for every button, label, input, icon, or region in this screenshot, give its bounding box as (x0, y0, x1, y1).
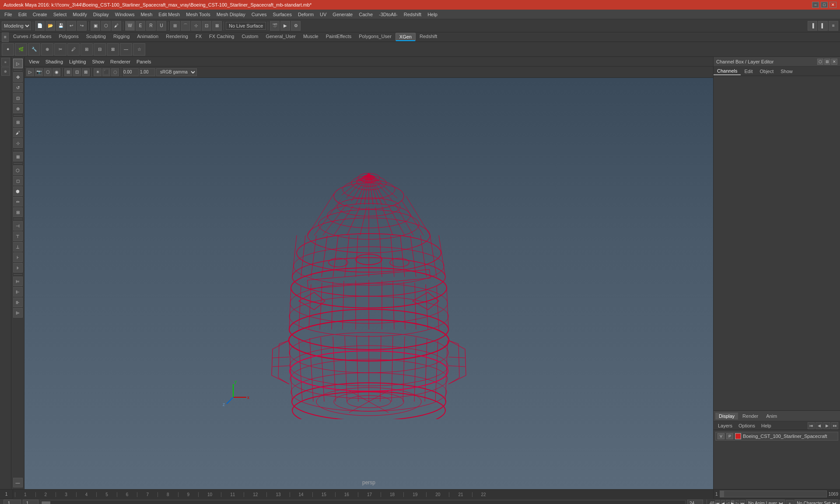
menu-3dtoall[interactable]: -3DtoAll- (376, 11, 400, 18)
xgen-tool-1[interactable]: ✦ (2, 43, 14, 56)
viewport-menu-lighting[interactable]: Lighting (66, 58, 89, 65)
poly-tool-2[interactable]: ◻ (13, 176, 23, 186)
timeline-ruler[interactable]: 1 2 3 4 5 6 7 8 9 10 11 12 13 14 15 16 1… (13, 490, 713, 499)
menu-generate[interactable]: Generate (330, 11, 355, 18)
sculpt-tool[interactable]: ⊹ (13, 138, 23, 148)
menu-mesh-display[interactable]: Mesh Display (214, 11, 248, 18)
layer-nav-next[interactable]: ▶ (823, 422, 830, 429)
viewport-menu-show[interactable]: Show (90, 58, 107, 65)
layer-tab-anim[interactable]: Anim (763, 413, 780, 420)
xgen-tool-2[interactable]: 🌿 (15, 43, 27, 56)
display-tool-1[interactable]: ⊨ (13, 276, 23, 286)
shelf-tab-general-user[interactable]: General_User (262, 33, 299, 41)
menu-uv[interactable]: UV (317, 11, 329, 18)
xgen-tool-5[interactable]: ✂ (54, 43, 66, 56)
shelf-tab-redshift[interactable]: Redshift (416, 33, 441, 41)
poly-tool-3[interactable]: ⬢ (13, 186, 23, 196)
viewport-menu-view[interactable]: View (26, 58, 42, 65)
layer-subtab-layers[interactable]: Layers (715, 423, 735, 429)
menu-redshift[interactable]: Redshift (401, 11, 424, 18)
channel-tab-show[interactable]: Show (777, 68, 796, 75)
layer-visibility-button[interactable]: V (718, 433, 724, 439)
layer-subtab-help[interactable]: Help (759, 423, 774, 429)
maximize-button[interactable]: □ (821, 2, 828, 8)
play-back-btn[interactable]: ◁ (726, 500, 730, 504)
menu-file[interactable]: File (2, 11, 15, 18)
vp-value1-input[interactable] (123, 68, 139, 76)
display-tool-2[interactable]: ⊩ (13, 287, 23, 297)
range-end-input[interactable] (687, 500, 703, 504)
rotate-tool[interactable]: ↺ (13, 83, 23, 92)
paint-select-button[interactable]: 🖌 (112, 21, 121, 31)
bottom-tool[interactable]: — (13, 478, 23, 487)
xgen-tool-6[interactable]: 🖊 (67, 43, 80, 56)
vp-xray-btn[interactable]: ◌ (111, 68, 119, 76)
anim-layer-select[interactable]: No Anim Layer (746, 500, 785, 504)
vp-wireframe-btn[interactable]: ⬡ (44, 68, 52, 76)
menu-surfaces[interactable]: Surfaces (270, 11, 294, 18)
xgen-tool-3[interactable]: 🔧 (28, 43, 40, 56)
soft-select-tool[interactable]: ⊞ (13, 117, 23, 127)
layer-tab-display[interactable]: Display (715, 413, 738, 420)
render-frame-button[interactable]: 🎬 (270, 21, 280, 31)
open-file-button[interactable]: 📂 (46, 21, 55, 31)
close-button[interactable]: ✕ (830, 2, 836, 8)
menu-curves[interactable]: Curves (249, 11, 270, 18)
vp-frame-all-btn[interactable]: ⊠ (82, 68, 90, 76)
xgen-tool-9[interactable]: ⊠ (107, 43, 119, 56)
viewport-canvas[interactable]: x y z persp (24, 78, 713, 489)
shelf-tab-rigging[interactable]: Rigging (110, 33, 133, 41)
snap-tool-5[interactable]: ⊧ (13, 263, 23, 273)
scale-tool[interactable]: ⊡ (13, 93, 23, 103)
universal-tool[interactable]: ⊕ (13, 104, 23, 113)
char-set-select[interactable]: No Character Set (794, 500, 838, 504)
redo-button[interactable]: ↪ (77, 21, 87, 31)
shelf-tab-painteffects[interactable]: PaintEffects (322, 33, 355, 41)
shelf-tab-polygons-user[interactable]: Polygons_User (355, 33, 395, 41)
lasso-select-button[interactable]: ⬡ (101, 21, 111, 31)
shelf-tab-polygons[interactable]: Polygons (55, 33, 82, 41)
menu-mesh[interactable]: Mesh (138, 11, 155, 18)
vp-frame-btn[interactable]: ⊡ (73, 68, 81, 76)
poly-tool-5[interactable]: ⊞ (13, 207, 23, 217)
menu-display[interactable]: Display (91, 11, 112, 18)
viewport-menu-shading[interactable]: Shading (43, 58, 66, 65)
viewport-menu-panels[interactable]: Panels (134, 58, 154, 65)
undo-button[interactable]: ↩ (66, 21, 76, 31)
xgen-tool-10[interactable]: — (120, 43, 132, 56)
step-forward-btn[interactable]: ▷ (735, 500, 739, 504)
snap-tool-1[interactable]: ⊣ (13, 221, 23, 231)
menu-help[interactable]: Help (425, 11, 440, 18)
snap-view-plane-button[interactable]: ⊡ (202, 21, 211, 31)
xgen-tool-8[interactable]: ⊟ (94, 43, 106, 56)
layer-color-swatch[interactable] (735, 433, 741, 439)
ipr-render-button[interactable]: ▶ (280, 21, 290, 31)
new-file-button[interactable]: 📄 (35, 21, 45, 31)
vp-camera-btn[interactable]: 📷 (35, 68, 43, 76)
move-tool-button[interactable]: W (125, 21, 135, 31)
minimize-button[interactable]: – (812, 2, 819, 8)
move-tool[interactable]: ✥ (13, 72, 23, 82)
select-tool-button[interactable]: ▣ (91, 21, 100, 31)
xgen-tool-7[interactable]: ⊞ (80, 43, 93, 56)
shelf-tab-fx[interactable]: FX (192, 33, 205, 41)
snap-tool-4[interactable]: ⊦ (13, 252, 23, 262)
vp-smooth-btn[interactable]: ◉ (52, 68, 60, 76)
vp-value2-input[interactable] (140, 68, 155, 76)
select-tool[interactable]: ▷ (13, 59, 23, 68)
vp-light-btn[interactable]: ☀ (94, 68, 102, 76)
layer-playback-button[interactable]: P (726, 433, 733, 439)
save-file-button[interactable]: 💾 (56, 21, 66, 31)
snap-point-button[interactable]: ⊹ (191, 21, 201, 31)
menu-select[interactable]: Select (51, 11, 70, 18)
range-start-input[interactable] (23, 500, 38, 504)
snap-live-surface-button[interactable]: ⊠ (212, 21, 222, 31)
display-tool-3[interactable]: ⊪ (13, 298, 23, 307)
menu-create[interactable]: Create (30, 11, 50, 18)
menu-modify[interactable]: Modify (70, 11, 89, 18)
anim-layer-btn[interactable]: + (786, 500, 794, 504)
display-tool-4[interactable]: ⊫ (13, 308, 23, 318)
menu-mesh-tools[interactable]: Mesh Tools (183, 11, 213, 18)
menu-edit[interactable]: Edit (16, 11, 29, 18)
snap-grid-button[interactable]: ⊞ (170, 21, 180, 31)
